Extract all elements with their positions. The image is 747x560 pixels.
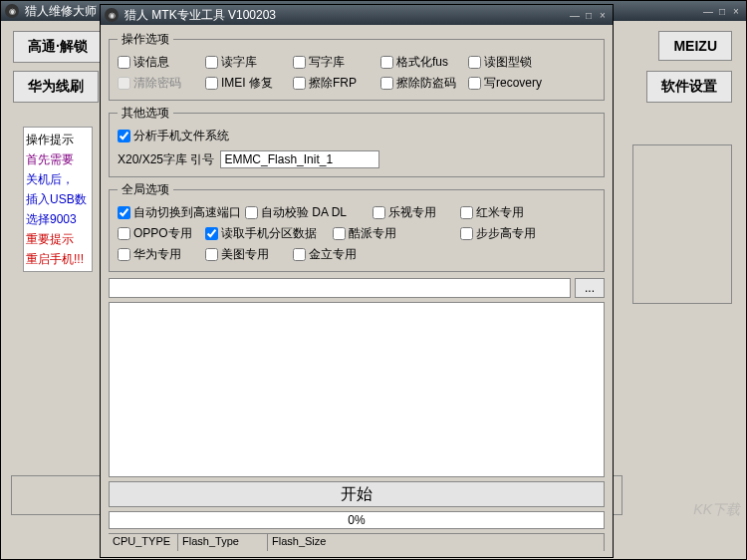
tool-window: ◉ 猎人 MTK专业工具 V100203 — □ × 操作选项 读信息 读字库 … (100, 4, 614, 558)
erase-frp-checkbox[interactable]: 擦除FRP (293, 75, 380, 92)
tool-title: 猎人 MTK专业工具 V100203 (124, 7, 569, 24)
start-button[interactable]: 开始 (109, 481, 605, 507)
write-recovery-checkbox[interactable]: 写recovery (468, 75, 556, 92)
browse-button[interactable]: ... (575, 278, 605, 298)
meitu-checkbox[interactable]: 美图专用 (205, 246, 293, 263)
huawei-flash-button[interactable]: 华为线刷 (13, 71, 99, 103)
coolpad-checkbox[interactable]: 酷派专用 (333, 225, 460, 242)
log-output (109, 302, 605, 477)
letv-checkbox[interactable]: 乐视专用 (373, 204, 460, 221)
tips-header: 操作提示 (26, 130, 90, 149)
analyze-fs-checkbox[interactable]: 分析手机文件系统 (118, 128, 596, 144)
gionee-checkbox[interactable]: 金立专用 (293, 246, 420, 263)
status-flash-size: Flash_Size (268, 534, 605, 551)
hongmi-checkbox[interactable]: 红米专用 (460, 204, 548, 221)
write-font-checkbox[interactable]: 写字库 (293, 54, 380, 71)
clear-password-checkbox: 清除密码 (118, 75, 205, 92)
read-partition-checkbox[interactable]: 读取手机分区数据 (205, 225, 333, 242)
tips-line: 选择9003 (26, 209, 90, 229)
right-panel (632, 144, 732, 304)
close-icon[interactable]: × (730, 5, 742, 17)
read-info-checkbox[interactable]: 读信息 (118, 54, 205, 71)
maximize-icon[interactable]: □ (716, 5, 728, 17)
auto-highspeed-checkbox[interactable]: 自动切换到高速端口 (118, 204, 245, 221)
minimize-icon[interactable]: — (702, 5, 714, 17)
other-options-group: 其他选项 分析手机文件系统 X20/X25字库 引号 (109, 105, 605, 177)
close-icon[interactable]: × (597, 9, 609, 21)
read-font-checkbox[interactable]: 读字库 (205, 54, 293, 71)
status-bar: CPU_TYPE Flash_Type Flash_Size (109, 533, 605, 551)
oppo-checkbox[interactable]: OPPO专用 (118, 225, 205, 242)
other-legend: 其他选项 (118, 105, 173, 122)
tips-line: 关机后， (26, 169, 90, 189)
meizu-button[interactable]: MEIZU (658, 31, 732, 61)
tips-line: 插入USB数 (26, 189, 90, 209)
tips-line: 重要提示 (26, 229, 90, 249)
status-flash-type: Flash_Type (178, 534, 268, 551)
path-input[interactable] (109, 278, 571, 298)
bbk-checkbox[interactable]: 步步高专用 (460, 225, 548, 242)
tips-line: 重启手机!!! (26, 249, 90, 269)
software-settings-button[interactable]: 软件设置 (646, 71, 732, 103)
tool-titlebar: ◉ 猎人 MTK专业工具 V100203 — □ × (101, 5, 613, 25)
font-index-label: X20/X25字库 引号 (118, 151, 214, 168)
format-checkbox[interactable]: 格式化fus (380, 54, 468, 71)
app-icon: ◉ (5, 4, 19, 18)
operation-options-group: 操作选项 读信息 读字库 写字库 格式化fus 读图型锁 清除密码 IMEI 修… (109, 31, 605, 101)
tips-panel: 操作提示 首先需要 关机后， 插入USB数 选择9003 重要提示 重启手机!!… (23, 127, 93, 272)
erase-antitheft-checkbox[interactable]: 擦除防盗码 (380, 75, 468, 92)
huawei-checkbox[interactable]: 华为专用 (118, 246, 205, 263)
global-options-group: 全局选项 自动切换到高速端口 自动校验 DA DL 乐视专用 红米专用 OPPO… (109, 181, 605, 272)
auto-verify-dadl-checkbox[interactable]: 自动校验 DA DL (245, 204, 373, 221)
watermark: KK下载 (693, 501, 740, 519)
global-legend: 全局选项 (118, 181, 173, 198)
tips-line: 首先需要 (26, 149, 90, 169)
maximize-icon[interactable]: □ (583, 9, 595, 21)
qualcomm-button[interactable]: 高通·解锁 (13, 31, 103, 63)
progress-text: 0% (348, 513, 365, 527)
minimize-icon[interactable]: — (569, 9, 581, 21)
app-icon: ◉ (105, 8, 119, 22)
operation-legend: 操作选项 (118, 31, 173, 48)
status-cpu: CPU_TYPE (109, 534, 178, 551)
read-pattern-lock-checkbox[interactable]: 读图型锁 (468, 54, 556, 71)
imei-repair-checkbox[interactable]: IMEI 修复 (205, 75, 293, 92)
progress-bar: 0% (109, 511, 605, 529)
font-index-input[interactable] (220, 150, 379, 168)
